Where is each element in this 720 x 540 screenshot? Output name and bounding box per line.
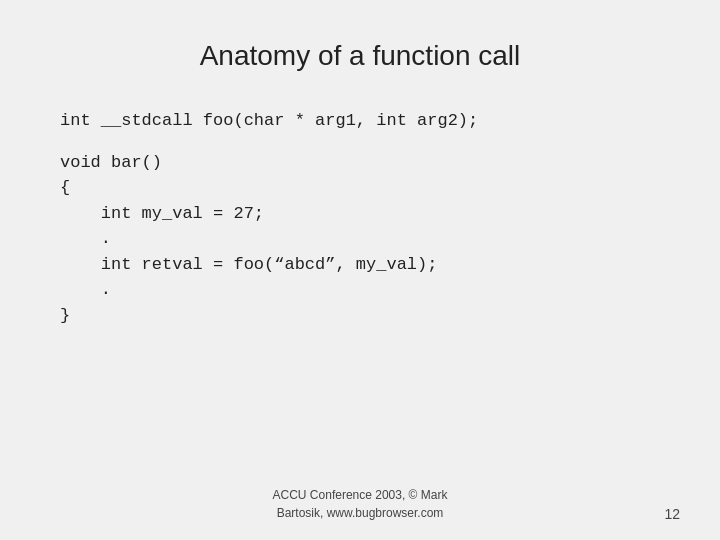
- code-line-int-retval: int retval = foo(“abcd”, my_val);: [60, 252, 660, 278]
- footer-text: ACCU Conference 2003, © Mark Bartosik, w…: [273, 486, 448, 522]
- code-line-close-brace: }: [60, 303, 660, 329]
- code-blank-1: [60, 134, 660, 150]
- footer: ACCU Conference 2003, © Mark Bartosik, w…: [0, 486, 720, 522]
- slide: Anatomy of a function call int __stdcall…: [0, 0, 720, 540]
- footer-line1: ACCU Conference 2003, © Mark: [273, 488, 448, 502]
- code-line-int-my-val: int my_val = 27;: [60, 201, 660, 227]
- code-line-void-bar: void bar(): [60, 150, 660, 176]
- page-number: 12: [664, 506, 680, 522]
- footer-line2: Bartosik, www.bugbrowser.com: [277, 506, 444, 520]
- code-line-declaration: int __stdcall foo(char * arg1, int arg2)…: [60, 108, 660, 134]
- code-line-dot1: .: [60, 226, 660, 252]
- code-line-dot2: .: [60, 277, 660, 303]
- slide-title: Anatomy of a function call: [200, 40, 521, 72]
- code-block: int __stdcall foo(char * arg1, int arg2)…: [60, 108, 660, 490]
- code-line-open-brace: {: [60, 175, 660, 201]
